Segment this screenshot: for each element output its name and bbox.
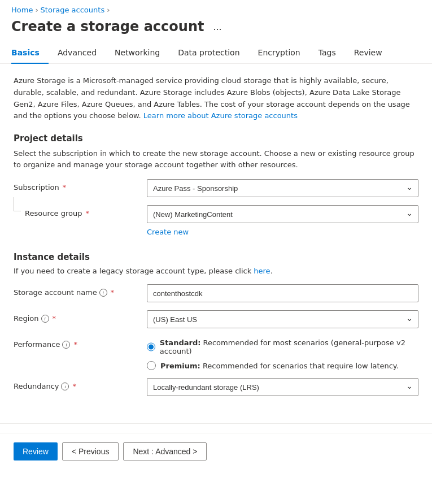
region-dropdown-wrapper: (US) East US (147, 310, 418, 328)
breadcrumb-storage-accounts[interactable]: Storage accounts (41, 6, 105, 14)
storage-name-label: Storage account name i * (14, 284, 138, 297)
performance-standard-label: Standard: Recommended for most scenarios… (160, 338, 418, 355)
subscription-control: Azure Pass - Sponsorship (147, 179, 418, 197)
subscription-label: Subscription * (14, 179, 138, 192)
instance-subtitle-after: . (270, 267, 273, 275)
subscription-dropdown[interactable]: Azure Pass - Sponsorship (147, 179, 418, 197)
resource-group-label: Resource group * (14, 205, 138, 218)
redundancy-info-icon[interactable]: i (61, 383, 69, 390)
redundancy-label-text: Redundancy (14, 382, 59, 390)
resource-group-row: Resource group * (New) MarketingContent … (14, 205, 418, 236)
subscription-required: * (63, 183, 67, 192)
performance-label-text: Performance (14, 340, 60, 349)
previous-button[interactable]: < Previous (62, 442, 119, 460)
region-dropdown[interactable]: (US) East US (147, 310, 418, 328)
resource-group-dropdown[interactable]: (New) MarketingContent (147, 205, 418, 223)
performance-label: Performance i * (14, 336, 138, 349)
page-title: Create a storage account (11, 19, 204, 34)
tab-encryption[interactable]: Encryption (249, 42, 309, 64)
redundancy-dropdown-wrapper: Locally-redundant storage (LRS) (147, 378, 418, 396)
tab-data-protection[interactable]: Data protection (169, 42, 248, 64)
page-header: Create a storage account ... (0, 16, 432, 42)
redundancy-control: Locally-redundant storage (LRS) (147, 378, 418, 396)
region-label-text: Region (14, 314, 39, 323)
instance-subtitle-before: If you need to create a legacy storage a… (14, 267, 254, 275)
legacy-here-link[interactable]: here (254, 267, 270, 275)
redundancy-dropdown[interactable]: Locally-redundant storage (LRS) (147, 378, 418, 396)
region-row: Region i * (US) East US (14, 310, 418, 328)
region-label: Region i * (14, 310, 138, 323)
project-details-section: Project details Select the subscription … (14, 133, 418, 236)
instance-details-subtitle: If you need to create a legacy storage a… (14, 267, 418, 275)
redundancy-label: Redundancy i * (14, 378, 138, 390)
performance-info-icon[interactable]: i (62, 341, 70, 349)
redundancy-required: * (72, 382, 76, 390)
performance-control: Standard: Recommended for most scenarios… (147, 336, 418, 370)
create-new-link[interactable]: Create new (147, 228, 418, 236)
ellipsis-button[interactable]: ... (210, 20, 225, 34)
performance-premium-radio[interactable] (147, 361, 156, 370)
performance-required: * (73, 340, 77, 349)
learn-more-link[interactable]: Learn more about Azure storage accounts (143, 111, 298, 120)
instance-details-section: Instance details If you need to create a… (14, 252, 418, 396)
tab-tags[interactable]: Tags (309, 42, 345, 64)
breadcrumb-home[interactable]: Home (11, 6, 33, 14)
subscription-dropdown-wrapper: Azure Pass - Sponsorship (147, 179, 418, 197)
performance-premium-label: Premium: Recommended for scenarios that … (160, 362, 399, 370)
performance-premium-option[interactable]: Premium: Recommended for scenarios that … (147, 361, 418, 370)
resource-group-dropdown-wrapper: (New) MarketingContent (147, 205, 418, 223)
storage-name-input[interactable] (147, 284, 418, 302)
storage-name-info-icon[interactable]: i (99, 289, 107, 297)
instance-details-title: Instance details (14, 252, 418, 262)
subscription-row: Subscription * Azure Pass - Sponsorship (14, 179, 418, 197)
tab-review[interactable]: Review (345, 42, 391, 64)
performance-standard-radio[interactable] (147, 342, 155, 351)
tab-bar: Basics Advanced Networking Data protecti… (0, 42, 432, 64)
region-info-icon[interactable]: i (41, 315, 49, 323)
tab-networking[interactable]: Networking (106, 42, 169, 64)
storage-name-control (147, 284, 418, 302)
storage-name-required: * (111, 288, 115, 297)
subscription-label-text: Subscription (14, 183, 59, 192)
main-content: Azure Storage is a Microsoft-managed ser… (0, 64, 432, 423)
resource-group-label-text: Resource group (25, 209, 82, 218)
resource-group-control: (New) MarketingContent Create new (147, 205, 418, 236)
performance-radio-group: Standard: Recommended for most scenarios… (147, 336, 418, 370)
region-control: (US) East US (147, 310, 418, 328)
performance-row: Performance i * Standard: Recommended fo… (14, 336, 418, 370)
breadcrumb-sep1: › (35, 6, 38, 14)
project-details-title: Project details (14, 133, 418, 144)
footer-divider (0, 423, 432, 424)
footer: Review < Previous Next : Advanced > (0, 433, 432, 470)
tab-advanced[interactable]: Advanced (49, 42, 106, 64)
resource-group-required: * (86, 209, 90, 218)
region-required: * (53, 314, 56, 323)
redundancy-row: Redundancy i * Locally-redundant storage… (14, 378, 418, 396)
description-text: Azure Storage is a Microsoft-managed ser… (14, 75, 418, 122)
review-button[interactable]: Review (14, 442, 58, 460)
project-details-subtitle: Select the subscription in which to crea… (14, 148, 418, 170)
next-button[interactable]: Next : Advanced > (123, 442, 207, 460)
breadcrumb: Home › Storage accounts › (0, 0, 432, 16)
performance-standard-option[interactable]: Standard: Recommended for most scenarios… (147, 338, 418, 355)
breadcrumb-sep2: › (107, 6, 110, 14)
storage-name-label-text: Storage account name (14, 288, 97, 297)
tab-basics[interactable]: Basics (11, 42, 49, 64)
storage-name-row: Storage account name i * (14, 284, 418, 302)
